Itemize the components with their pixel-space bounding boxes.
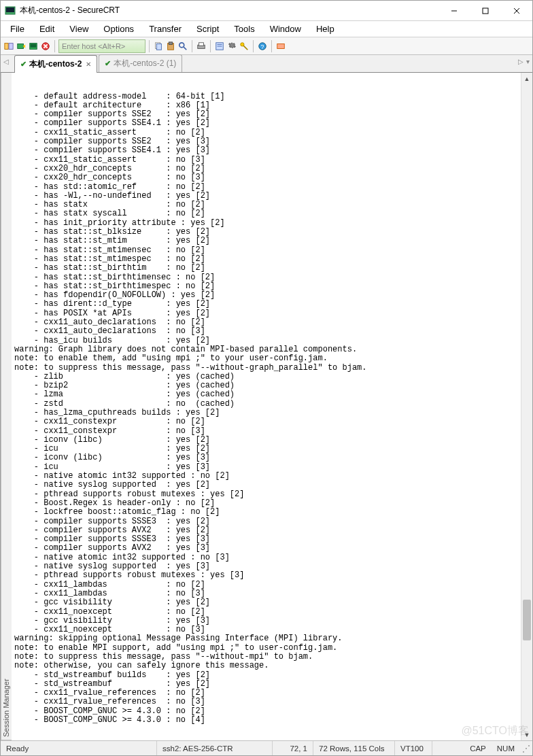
tab-session-1[interactable]: ✔ 本机-centos-2 ✕ bbox=[14, 55, 97, 73]
terminal-line: warning: Graph library does not contain … bbox=[14, 345, 518, 354]
toolbar-separator bbox=[253, 40, 254, 52]
minimize-button[interactable] bbox=[439, 1, 470, 20]
svg-rect-10 bbox=[31, 44, 37, 47]
paste-icon[interactable] bbox=[165, 41, 176, 52]
menu-window[interactable]: Window bbox=[263, 22, 308, 35]
terminal-line: - zlib : yes (cached) bbox=[14, 373, 518, 381]
terminal-line: - has fdopendir(O_NOFOLLOW) : yes [2] bbox=[14, 291, 518, 300]
close-tab-icon[interactable]: ✕ bbox=[86, 61, 91, 68]
watermark: @51CTO博客 bbox=[461, 724, 529, 738]
menu-help[interactable]: Help bbox=[309, 22, 341, 35]
toolbar-separator bbox=[210, 40, 211, 52]
menu-tools[interactable]: Tools bbox=[227, 22, 261, 35]
connect-tab-icon[interactable] bbox=[28, 41, 39, 52]
session-manager-icon[interactable] bbox=[3, 41, 14, 52]
tab-label: 本机-centos-2 (1) bbox=[114, 58, 176, 69]
menubar: File Edit View Options Transfer Script T… bbox=[1, 21, 532, 37]
terminal-line: - has POSIX *at APIs : yes [2] bbox=[14, 309, 518, 318]
terminal-line: - pthread supports robust mutexes : yes … bbox=[14, 490, 518, 499]
svg-rect-7 bbox=[9, 43, 13, 49]
find-icon[interactable] bbox=[177, 41, 188, 52]
terminal-line: - cxx11_static_assert : no [3] bbox=[14, 156, 518, 165]
close-button[interactable] bbox=[501, 1, 532, 20]
tab-menu-icon[interactable]: ▾ bbox=[526, 58, 530, 65]
window-controls bbox=[439, 1, 532, 20]
terminal-line: - cxx11_rvalue_references : no [3] bbox=[14, 698, 518, 706]
menu-edit[interactable]: Edit bbox=[33, 22, 61, 35]
terminal-line: - compiler supports AVX2 : yes [3] bbox=[14, 544, 518, 553]
menu-view[interactable]: View bbox=[63, 22, 95, 35]
terminal-line: - bzip2 : yes (cached) bbox=[14, 381, 518, 390]
terminal-line: - cxx11_auto_declarations : no [3] bbox=[14, 327, 518, 336]
terminal-line: - compiler supports SSE4.1 : yes [3] bbox=[14, 146, 518, 155]
terminal-line: - iconv (libc) : yes [3] bbox=[14, 453, 518, 462]
terminal-line: - lzma : yes (cached) bbox=[14, 390, 518, 399]
terminal-line: - native atomic int32 supported : no [2] bbox=[14, 472, 518, 481]
key-icon[interactable] bbox=[239, 41, 250, 52]
terminal-line: - cxx11_constexpr : no [2] bbox=[14, 417, 518, 426]
terminal-line: - cxx11_rvalue_references : no [2] bbox=[14, 689, 518, 698]
properties-icon[interactable] bbox=[214, 41, 225, 52]
menu-file[interactable]: File bbox=[3, 22, 31, 35]
terminal-line: - has stat::st_birthtim : no [2] bbox=[14, 264, 518, 273]
maximize-button[interactable] bbox=[470, 1, 501, 20]
terminal-line: - cxx20_hdr_concepts : no [2] bbox=[14, 165, 518, 173]
terminal-line: - cxx20_hdr_concepts : no [3] bbox=[14, 173, 518, 182]
scroll-up-icon[interactable]: ▲ bbox=[521, 73, 532, 84]
host-input[interactable]: Enter host <Alt+R> bbox=[58, 39, 145, 53]
terminal-line: - has stat::st_mtimensec : no [2] bbox=[14, 246, 518, 255]
terminal-line: - BOOST_COMP_GNUC >= 4.3.0 : no [2] bbox=[14, 707, 518, 716]
terminal-line: - gcc visibility : yes [2] bbox=[14, 598, 518, 607]
terminal-line: - has statx syscall : no [2] bbox=[14, 209, 518, 218]
check-icon: ✔ bbox=[20, 60, 27, 69]
terminal-line: - has_icu builds : yes [2] bbox=[14, 337, 518, 345]
terminal-line: - native atomic int32 supported : no [3] bbox=[14, 553, 518, 562]
help-icon[interactable]: ? bbox=[257, 41, 268, 52]
main-area: Session Manager - default address-model … bbox=[1, 73, 532, 740]
statusbar: Ready ssh2: AES-256-CTR 72, 1 72 Rows, 1… bbox=[1, 740, 532, 755]
menu-script[interactable]: Script bbox=[190, 22, 226, 35]
svg-rect-1 bbox=[6, 7, 14, 12]
terminal-line: - iconv (libc) : yes [2] bbox=[14, 436, 518, 445]
copy-icon[interactable] bbox=[153, 41, 164, 52]
app-icon bbox=[5, 5, 16, 16]
tab-session-2[interactable]: ✔ 本机-centos-2 (1) bbox=[99, 54, 182, 72]
svg-rect-17 bbox=[169, 41, 172, 44]
terminal-line: - has stat::st_birthtimespec : no [2] bbox=[14, 282, 518, 291]
activator-icon[interactable] bbox=[275, 41, 286, 52]
tab-label: 本机-centos-2 bbox=[29, 58, 82, 70]
scrollbar-thumb[interactable] bbox=[523, 600, 531, 640]
svg-text:?: ? bbox=[261, 43, 264, 50]
tab-next-icon[interactable]: ▷ bbox=[518, 58, 523, 65]
menu-transfer[interactable]: Transfer bbox=[142, 22, 188, 35]
svg-rect-15 bbox=[156, 44, 161, 50]
terminal-line: - has dirent::d_type : yes [2] bbox=[14, 300, 518, 309]
resize-grip-icon[interactable]: ⋰ bbox=[520, 744, 532, 753]
check-icon: ✔ bbox=[105, 59, 111, 68]
print-icon[interactable] bbox=[196, 41, 207, 52]
terminal-line: - has stat::st_mtim : yes [2] bbox=[14, 237, 518, 245]
terminal-line: - pthread supports robust mutexes : yes … bbox=[14, 571, 518, 580]
terminal-line: - cxx11_lambdas : no [3] bbox=[14, 589, 518, 598]
svg-rect-8 bbox=[18, 44, 24, 48]
menu-options[interactable]: Options bbox=[97, 22, 141, 35]
session-manager-panel-tab[interactable]: Session Manager bbox=[1, 73, 12, 740]
terminal-line: note: to enable them, add "using mpi ;" … bbox=[14, 354, 518, 363]
terminal-line: - has std::atomic_ref : no [2] bbox=[14, 183, 518, 192]
quick-connect-icon[interactable] bbox=[16, 41, 27, 52]
terminal-line: - cxx11_noexcept : no [3] bbox=[14, 625, 518, 634]
vertical-scrollbar[interactable]: ▲ ▼ bbox=[521, 73, 532, 740]
reconnect-icon[interactable] bbox=[40, 41, 51, 52]
status-caps: CAP bbox=[464, 741, 492, 755]
status-cursor: 72, 1 bbox=[273, 741, 313, 755]
terminal-line: note: otherwise, you can safely ignore t… bbox=[14, 662, 518, 670]
terminal-line: - cxx11_auto_declarations : no [2] bbox=[14, 318, 518, 327]
svg-rect-6 bbox=[5, 43, 8, 49]
scrollbar-track[interactable] bbox=[521, 84, 532, 729]
terminal[interactable]: - default address-model : 64-bit [1] - d… bbox=[12, 73, 521, 740]
tab-prev-icon[interactable]: ◁ bbox=[3, 58, 9, 65]
terminal-line: - std_wstreambuf builds : yes [2] bbox=[14, 671, 518, 680]
terminal-line: - has_lzma_cputhreads builds : yes [2] bbox=[14, 409, 518, 417]
settings-icon[interactable] bbox=[226, 41, 237, 52]
status-term: VT100 bbox=[395, 741, 432, 755]
